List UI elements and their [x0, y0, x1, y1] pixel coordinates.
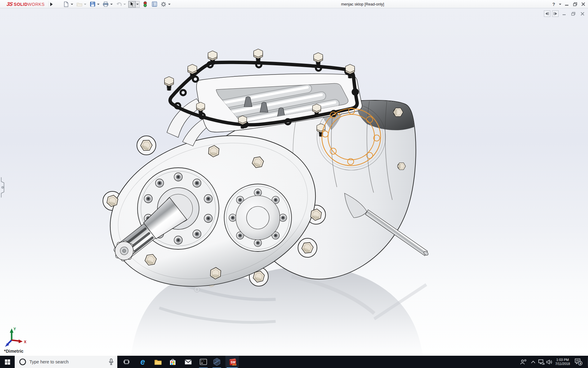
tray-time: 1:03 PM: [556, 358, 569, 362]
property-list-icon: [152, 2, 157, 7]
close-button[interactable]: [579, 0, 587, 8]
triad-x-label: X: [24, 340, 26, 344]
secondary-bearing-cover[interactable]: [224, 184, 292, 251]
action-center-icon: 3: [575, 358, 582, 366]
taskbar-edge[interactable]: e: [136, 356, 149, 368]
orientation-triad: Y X: [2, 327, 31, 351]
search-input[interactable]: [29, 359, 103, 364]
solidworks-2017-icon: SW 2017: [228, 358, 236, 366]
taskbar-search[interactable]: [15, 356, 117, 368]
solidworks-window: 3S SOLIDWORKS: [0, 0, 588, 368]
save-dropdown[interactable]: [96, 1, 100, 8]
help-dropdown[interactable]: [558, 0, 563, 8]
previous-pane-button[interactable]: [544, 10, 550, 17]
gear-icon: [161, 2, 166, 7]
command-prompt-icon: C:\: [200, 359, 207, 365]
windows-taskbar: e C:: [0, 356, 588, 368]
windows-logo-icon: [5, 359, 10, 365]
edge-icon: e: [140, 358, 145, 366]
traffic-light-icon: [143, 1, 147, 7]
select-tool-button[interactable]: [128, 1, 136, 8]
dassault-monogram-icon: 3S: [6, 1, 13, 7]
print-icon: [103, 2, 108, 7]
undo-arrow-icon: [116, 2, 122, 6]
gearbox-assembly-model[interactable]: [0, 8, 588, 356]
microphone-icon[interactable]: [109, 358, 114, 365]
chevron-up-icon: [531, 361, 535, 363]
new-document-button[interactable]: [62, 1, 70, 8]
svg-text:2017: 2017: [232, 363, 236, 366]
restore-icon: [573, 2, 577, 6]
help-button[interactable]: ?: [550, 0, 558, 8]
save-button[interactable]: [89, 1, 96, 8]
print-button[interactable]: [102, 1, 109, 8]
start-button[interactable]: [0, 356, 15, 368]
speaker-icon: [546, 359, 552, 365]
options-dropdown[interactable]: [167, 1, 171, 8]
network-icon: [538, 359, 545, 365]
mail-icon: [185, 359, 192, 365]
minimize-button[interactable]: [563, 0, 571, 8]
file-explorer-icon: [154, 359, 162, 365]
close-icon: [581, 2, 585, 6]
quick-access-toolbar: [62, 1, 171, 8]
print-dropdown[interactable]: [109, 1, 113, 8]
new-document-icon: [64, 2, 69, 7]
taskbar-solidworks[interactable]: SW 2017: [225, 356, 239, 368]
restore-icon: [571, 12, 575, 16]
taskbar-clock[interactable]: 1:03 PM 7/11/2018: [552, 356, 573, 368]
network-button[interactable]: [537, 356, 546, 368]
minimize-icon: [565, 2, 569, 6]
undo-button[interactable]: [115, 1, 123, 8]
taskbar-store[interactable]: [166, 356, 179, 368]
notification-badge: 3: [579, 362, 581, 365]
hexagon-app-icon: [213, 358, 221, 366]
options-button[interactable]: [160, 1, 167, 8]
tray-overflow-button[interactable]: [529, 356, 537, 368]
display-settings-button[interactable]: [151, 1, 158, 8]
view-safety-button[interactable]: [141, 1, 149, 8]
svg-text:C:\: C:\: [201, 360, 205, 362]
menu-flyout-arrow[interactable]: [48, 1, 54, 7]
open-button[interactable]: [76, 1, 83, 8]
window-controls: ?: [550, 0, 587, 8]
play-arrow-icon: [50, 2, 53, 6]
panel-collapse-tab[interactable]: [0, 177, 4, 197]
doc-minimize-button[interactable]: [560, 10, 568, 17]
next-pane-button[interactable]: [552, 10, 559, 17]
solidworks-wordmark: SOLIDWORKS: [14, 2, 45, 7]
triad-y-label: Y: [13, 327, 16, 331]
window-title: menjac sklop [Read-only]: [341, 0, 384, 8]
doc-close-button[interactable]: [579, 10, 586, 17]
titlebar: 3S SOLIDWORKS: [0, 0, 588, 8]
cortana-icon: [19, 358, 26, 366]
action-center-button[interactable]: 3: [573, 356, 584, 368]
tray-date: 7/11/2018: [555, 362, 570, 366]
taskbar-mail[interactable]: [181, 356, 195, 368]
solidworks-logo: 3S SOLIDWORKS: [7, 0, 44, 8]
task-view-button[interactable]: [120, 356, 133, 368]
select-cursor-icon: [130, 2, 134, 7]
minimize-icon: [562, 12, 566, 16]
people-button[interactable]: [519, 356, 528, 368]
doc-restore-button[interactable]: [570, 10, 577, 17]
new-document-dropdown[interactable]: [70, 1, 74, 8]
pane-right-arrow-icon: [553, 12, 557, 15]
undo-dropdown[interactable]: [123, 1, 126, 8]
maximize-button[interactable]: [571, 0, 579, 8]
open-folder-icon: [77, 2, 82, 6]
people-icon: [520, 359, 527, 365]
taskbar-command-prompt[interactable]: C:\: [197, 356, 210, 368]
save-floppy-icon: [90, 2, 95, 7]
close-icon: [581, 12, 584, 16]
open-dropdown[interactable]: [83, 1, 87, 8]
task-view-icon: [123, 359, 130, 365]
splitter-handle-icon: [0, 177, 4, 197]
taskbar-hexagon-app[interactable]: [210, 356, 224, 368]
store-icon: [170, 359, 176, 365]
graphics-viewport[interactable]: Y X *Dimetric: [0, 8, 588, 356]
view-orientation-label: *Dimetric: [4, 349, 24, 354]
document-window-controls: [544, 10, 586, 17]
taskbar-file-explorer[interactable]: [151, 356, 165, 368]
select-tool-dropdown[interactable]: [136, 1, 140, 8]
